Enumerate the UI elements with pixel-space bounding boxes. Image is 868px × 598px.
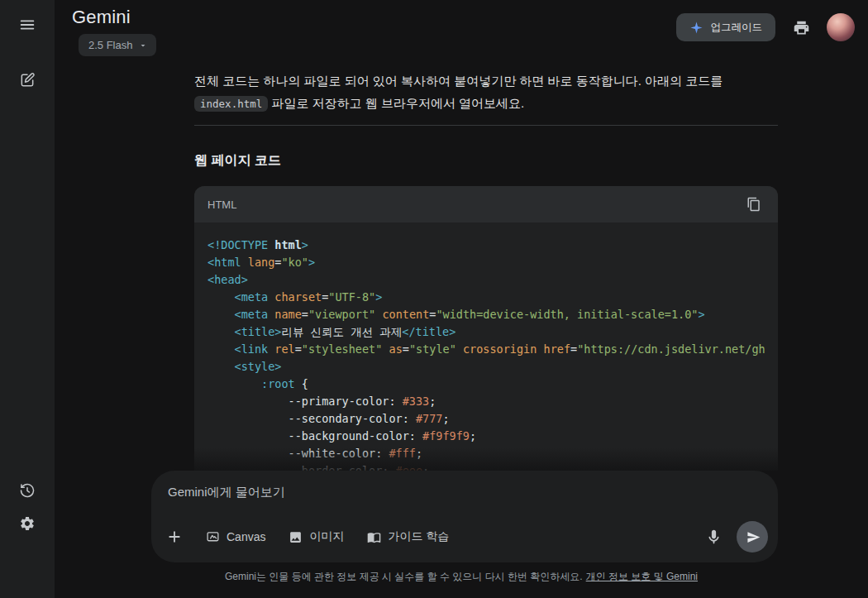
- composer-right-actions: [697, 520, 768, 553]
- code-line: <style>: [207, 358, 765, 376]
- settings-button[interactable]: [11, 507, 44, 540]
- para-text-after: 파일로 저장하고 웹 브라우저에서 열어보세요.: [268, 96, 524, 110]
- avatar[interactable]: [827, 13, 855, 41]
- top-bar-actions: 업그레이드: [676, 0, 856, 41]
- composer: Canvas 이미지 가이드 학습: [151, 471, 778, 562]
- mic-button[interactable]: [697, 520, 730, 553]
- tool-chips: Canvas 이미지 가이드 학습: [196, 523, 459, 551]
- model-label: 2.5 Flash: [88, 39, 132, 51]
- code-line: <head>: [207, 271, 765, 289]
- code-line: :root {: [207, 376, 765, 393]
- code-line: --white-color: #fff;: [207, 445, 765, 462]
- prompt-input[interactable]: [168, 485, 713, 499]
- code-line: <meta charset="UTF-8">: [207, 289, 765, 306]
- send-icon: [745, 530, 761, 544]
- copy-icon: [746, 197, 761, 212]
- sidebar: [0, 0, 55, 598]
- new-chat-button[interactable]: [11, 64, 44, 97]
- canvas-icon: [206, 530, 220, 544]
- code-line: --secondary-color: #777;: [207, 410, 765, 428]
- upgrade-label: 업그레이드: [711, 21, 763, 35]
- add-button[interactable]: [158, 520, 191, 553]
- sparkle-icon: [689, 21, 703, 35]
- code-line: <title>리뷰 신뢰도 개선 과제</title>: [207, 323, 765, 341]
- composer-toolbar: Canvas 이미지 가이드 학습: [158, 520, 768, 553]
- footer-disclaimer: Gemini는 인물 등에 관한 정보 제공 시 실수를 할 수 있으니 다시 …: [225, 570, 583, 584]
- code-line: --primary-color: #333;: [207, 393, 765, 410]
- code-language-label: HTML: [207, 199, 236, 211]
- copy-code-button[interactable]: [740, 190, 768, 218]
- brand-block: Gemini 2.5 Flash: [72, 0, 156, 55]
- menu-icon: [18, 16, 36, 34]
- code-line: --border-color: #eee;: [207, 462, 765, 471]
- image-icon: [289, 530, 303, 544]
- code-content[interactable]: <!DOCTYPE html><html lang="ko"><head> <m…: [194, 222, 778, 471]
- book-icon: [367, 530, 381, 544]
- code-line: --background-color: #f9f9f9;: [207, 428, 765, 445]
- print-button[interactable]: [787, 13, 815, 41]
- printer-icon: [793, 19, 810, 36]
- composer-wrap: Canvas 이미지 가이드 학습: [55, 471, 868, 562]
- tool-chip-label: 가이드 학습: [388, 529, 449, 544]
- history-icon: [19, 482, 36, 499]
- mic-icon: [705, 529, 723, 546]
- privacy-link[interactable]: 개인 정보 보호 및 Gemini: [586, 570, 698, 584]
- menu-button[interactable]: [11, 8, 44, 41]
- main-area: Gemini 2.5 Flash 업그레이드: [55, 0, 868, 598]
- send-button[interactable]: [737, 521, 768, 553]
- upgrade-button[interactable]: 업그레이드: [676, 13, 776, 41]
- code-line: <meta name="viewport" content="width=dev…: [207, 306, 765, 323]
- section-divider: [194, 125, 778, 126]
- message-paragraph: 전체 코드는 하나의 파일로 되어 있어 복사하여 붙여넣기만 하면 바로 동작…: [194, 69, 778, 115]
- code-line: <link rel="stylesheet" as="style" crosso…: [207, 341, 765, 358]
- tool-chip-label: 이미지: [309, 529, 344, 544]
- code-line: <html lang="ko">: [207, 254, 765, 271]
- tool-chip-label: Canvas: [227, 530, 265, 543]
- top-bar: Gemini 2.5 Flash 업그레이드: [55, 0, 868, 55]
- chat-scroll-area[interactable]: 전체 코드는 하나의 파일로 되어 있어 복사하여 붙여넣기만 하면 바로 동작…: [55, 55, 868, 471]
- chevron-down-icon: [138, 41, 148, 50]
- inline-code-chip: index.html: [194, 96, 268, 112]
- history-button[interactable]: [11, 474, 44, 507]
- para-text-before: 전체 코드는 하나의 파일로 되어 있어 복사하여 붙여넣기만 하면 바로 동작…: [194, 74, 723, 88]
- conversation: 전체 코드는 하나의 파일로 되어 있어 복사하여 붙여넣기만 하면 바로 동작…: [194, 69, 778, 471]
- tool-chip-image[interactable]: 이미지: [279, 523, 354, 551]
- gear-icon: [19, 515, 36, 532]
- code-card-header: HTML: [194, 186, 778, 222]
- footer: Gemini는 인물 등에 관한 정보 제공 시 실수를 할 수 있으니 다시 …: [55, 562, 868, 598]
- model-selector[interactable]: 2.5 Flash: [79, 34, 156, 56]
- tool-chip-guided-learning[interactable]: 가이드 학습: [357, 523, 459, 551]
- app-window: Gemini 2.5 Flash 업그레이드: [0, 0, 868, 598]
- code-line: <!DOCTYPE html>: [207, 237, 765, 254]
- tool-chip-canvas[interactable]: Canvas: [196, 524, 275, 551]
- edit-icon: [19, 72, 36, 89]
- section-title: 웹 페이지 코드: [194, 152, 778, 170]
- code-card: HTML <!DOCTYPE html><html lang="ko"><hea…: [194, 186, 778, 471]
- app-title: Gemini: [72, 7, 156, 28]
- plus-icon: [165, 528, 184, 546]
